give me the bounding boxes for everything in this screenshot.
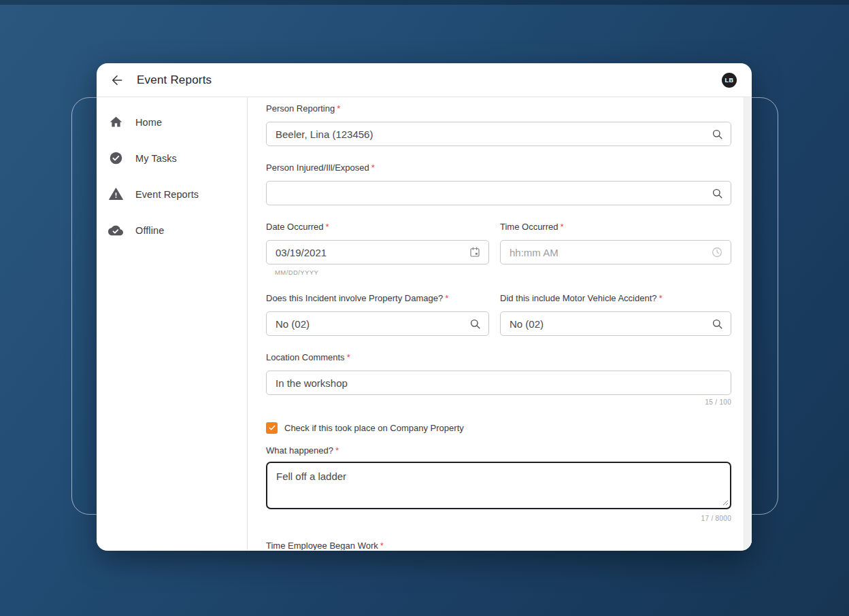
app-header: Event Reports LB xyxy=(97,63,752,97)
motor-vehicle-label: Did this include Motor Vehicle Accident?… xyxy=(500,292,731,305)
search-icon[interactable] xyxy=(468,317,482,330)
search-icon[interactable] xyxy=(710,127,724,141)
motor-vehicle-group: Did this include Motor Vehicle Accident?… xyxy=(500,292,731,336)
person-reporting-input[interactable] xyxy=(266,122,731,146)
location-comments-field-wrap xyxy=(266,371,731,395)
what-happened-field-wrap: Fell off a ladder xyxy=(266,462,731,512)
search-icon[interactable] xyxy=(710,317,724,330)
time-began-work-label: Time Employee Began Work* xyxy=(266,539,731,550)
date-format-hint: MM/DD/YYYY xyxy=(275,269,489,277)
property-damage-field-wrap xyxy=(266,311,489,336)
date-occurred-group: Date Occurred* MM/DD/YYYY xyxy=(266,220,489,277)
person-injured-field-wrap xyxy=(266,181,731,205)
date-occurred-input[interactable] xyxy=(266,240,489,264)
company-property-label: Check if this took place on Company Prop… xyxy=(284,423,464,433)
what-happened-label: What happened?* xyxy=(266,444,731,458)
avatar[interactable]: LB xyxy=(722,73,737,88)
search-icon[interactable] xyxy=(710,186,724,200)
required-asterisk: * xyxy=(560,222,563,232)
back-button[interactable] xyxy=(109,72,125,88)
property-damage-label: Does this Incident involve Property Dama… xyxy=(266,292,489,305)
time-occurred-input[interactable] xyxy=(500,240,731,264)
motor-vehicle-field-wrap xyxy=(500,311,731,336)
sidebar-item-event-reports[interactable]: Event Reports xyxy=(97,176,247,212)
clock-icon[interactable] xyxy=(710,245,724,259)
motor-vehicle-input[interactable] xyxy=(500,311,731,336)
event-reports-window: Event Reports LB Home My Tasks xyxy=(97,63,752,551)
sidebar-item-label: Event Reports xyxy=(135,189,199,200)
what-happened-textarea[interactable]: Fell off a ladder xyxy=(266,462,731,509)
property-damage-group: Does this Incident involve Property Dama… xyxy=(266,292,489,336)
page-title: Event Reports xyxy=(137,73,212,87)
warning-icon xyxy=(107,186,124,203)
location-comments-counter: 15 / 100 xyxy=(266,398,731,407)
checkmark-icon xyxy=(268,424,276,432)
desktop-background: Event Reports LB Home My Tasks xyxy=(0,0,849,616)
resize-grip-icon[interactable] xyxy=(722,496,729,509)
required-asterisk: * xyxy=(347,352,350,362)
cloud-check-icon xyxy=(107,222,124,239)
sidebar-item-label: Offline xyxy=(135,225,164,236)
required-asterisk: * xyxy=(371,162,375,173)
person-reporting-label: Person Reporting* xyxy=(266,102,731,116)
scrollbar[interactable] xyxy=(744,97,752,550)
required-asterisk: * xyxy=(335,445,339,456)
required-asterisk: * xyxy=(445,293,448,303)
sidebar-item-label: Home xyxy=(135,117,162,128)
arrow-left-icon xyxy=(110,73,124,87)
person-injured-input[interactable] xyxy=(266,181,731,205)
property-damage-input[interactable] xyxy=(266,311,489,336)
required-asterisk: * xyxy=(659,293,663,303)
person-injured-label: Person Injured/Ill/Exposed* xyxy=(266,161,731,175)
location-comments-label: Location Comments* xyxy=(266,351,731,364)
sidebar-item-my-tasks[interactable]: My Tasks xyxy=(97,140,247,176)
required-asterisk: * xyxy=(326,222,329,232)
company-property-row: Check if this took place on Company Prop… xyxy=(266,422,731,434)
required-asterisk: * xyxy=(380,541,384,550)
date-occurred-label: Date Occurred* xyxy=(266,220,489,234)
calendar-icon[interactable] xyxy=(468,245,482,259)
what-happened-counter: 17 / 8000 xyxy=(266,515,731,523)
sidebar-item-home[interactable]: Home xyxy=(97,104,247,140)
home-icon xyxy=(107,114,124,131)
app-body: Home My Tasks Event Reports xyxy=(97,97,752,550)
sidebar-item-label: My Tasks xyxy=(135,153,177,164)
background-top-edge xyxy=(0,0,849,5)
event-report-form: Person Reporting* Person Injured/Ill/Exp… xyxy=(248,97,752,550)
sidebar-item-offline[interactable]: Offline xyxy=(97,212,247,248)
damage-vehicle-row: Does this Incident involve Property Dama… xyxy=(266,292,731,336)
person-reporting-field-wrap xyxy=(266,122,731,146)
check-circle-icon xyxy=(107,150,124,167)
sidebar: Home My Tasks Event Reports xyxy=(97,97,248,550)
time-occurred-label: Time Occurred* xyxy=(500,220,731,234)
required-asterisk: * xyxy=(337,103,340,114)
company-property-checkbox[interactable] xyxy=(266,422,278,434)
time-occurred-field-wrap xyxy=(500,240,731,264)
time-occurred-group: Time Occurred* xyxy=(500,220,731,277)
date-occurred-field-wrap xyxy=(266,240,489,264)
location-comments-input[interactable] xyxy=(266,371,731,395)
date-time-row: Date Occurred* MM/DD/YYYY Time Occurred* xyxy=(266,220,731,277)
